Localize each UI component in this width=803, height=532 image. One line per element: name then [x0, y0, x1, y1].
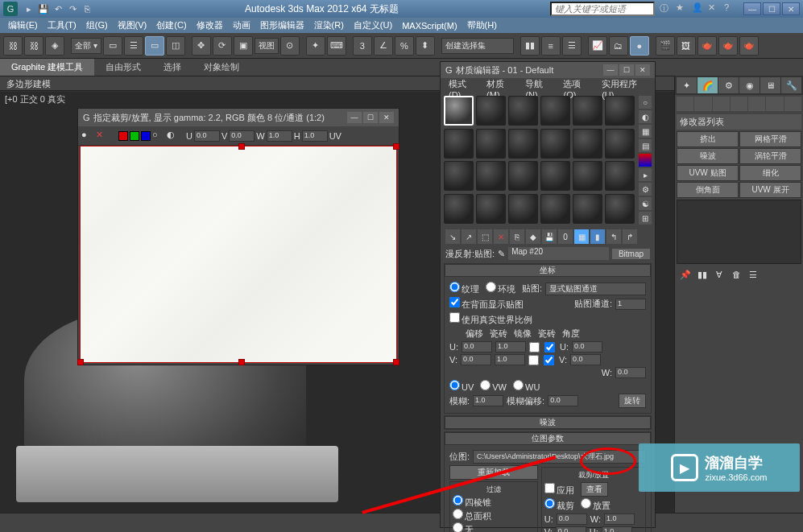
sample-slot[interactable]: [476, 194, 506, 224]
sample-slot[interactable]: [444, 194, 474, 224]
mirror-icon[interactable]: ▮▮: [520, 36, 540, 56]
sample-slot[interactable]: [476, 129, 506, 159]
subtab-6[interactable]: [766, 97, 783, 111]
named-selset-combo[interactable]: 创建选择集: [441, 38, 514, 54]
tab-selection[interactable]: 选择: [152, 59, 192, 76]
menu-grapheditors[interactable]: 图形编辑器: [255, 19, 309, 31]
subtab-2[interactable]: [694, 97, 711, 111]
subtab-3[interactable]: [713, 97, 730, 111]
sample-slot[interactable]: [605, 161, 635, 191]
u-tile-check[interactable]: [544, 342, 555, 353]
crop-titlebar[interactable]: G 指定裁剪/放置, 显示 gamma: 2.2, RGB 颜色 8 位/通道 …: [78, 109, 399, 126]
mapping-combo[interactable]: 显式贴图通道: [545, 282, 646, 295]
subtab-5[interactable]: [748, 97, 765, 111]
sample-uv-icon[interactable]: ▤: [639, 139, 652, 152]
render-icon[interactable]: 🫖: [697, 36, 717, 56]
make-preview-icon[interactable]: ▸: [639, 168, 652, 181]
mod-tessellate[interactable]: 细化: [739, 165, 801, 181]
sample-slot[interactable]: [508, 194, 538, 224]
mod-uvwmap[interactable]: UVW 贴图: [677, 165, 739, 181]
crop-image-area[interactable]: [80, 146, 397, 363]
tab-freeform[interactable]: 自由形式: [94, 59, 152, 76]
v-tile-spin[interactable]: 1.0: [495, 354, 525, 365]
modifier-stack[interactable]: [677, 200, 801, 264]
crop-h-spin[interactable]: 1.0: [302, 130, 328, 142]
noise-header[interactable]: 噪波: [445, 416, 651, 429]
snap-toggle-icon[interactable]: 3: [353, 36, 372, 56]
exchange-icon[interactable]: ✕: [708, 2, 721, 15]
crop-close-button[interactable]: ✕: [379, 112, 394, 123]
tab-paint[interactable]: 对象绘制: [192, 59, 250, 76]
scale-icon[interactable]: ▣: [234, 36, 253, 56]
crop-h-spin[interactable]: 1.0: [602, 526, 632, 532]
qat-open-icon[interactable]: ▸: [23, 2, 35, 15]
backlight-icon[interactable]: ◐: [639, 110, 652, 123]
sample-slot[interactable]: [508, 96, 538, 126]
environ-radio[interactable]: 环境: [486, 282, 515, 295]
percent-snap-icon[interactable]: %: [395, 36, 414, 56]
crop-uv-label[interactable]: UV: [329, 131, 341, 141]
window-crossing-icon[interactable]: ◫: [166, 36, 185, 56]
view-image-button[interactable]: 查看: [581, 482, 608, 497]
u-tile-spin[interactable]: 1.0: [495, 341, 526, 353]
close-button[interactable]: ✕: [782, 2, 800, 15]
sample-slot[interactable]: [476, 161, 506, 191]
sample-slot[interactable]: [508, 129, 538, 159]
menu-help[interactable]: 帮助(H): [462, 19, 502, 31]
crop-alpha-icon[interactable]: ○: [152, 130, 165, 142]
sample-slot[interactable]: [605, 96, 635, 126]
sample-slot[interactable]: [573, 161, 602, 191]
qat-link-icon[interactable]: ⎘: [81, 2, 93, 15]
mat-menu-utils[interactable]: 实用程序(U): [597, 78, 652, 93]
go-parent-icon[interactable]: ↰: [606, 229, 621, 244]
sample-slot[interactable]: [508, 161, 538, 191]
align-icon[interactable]: ≡: [541, 36, 561, 56]
angle-snap-icon[interactable]: ∠: [374, 36, 393, 56]
crop-radio[interactable]: 裁剪: [544, 498, 574, 512]
maximize-button[interactable]: ☐: [763, 2, 780, 15]
crop-w-spin[interactable]: 1.0: [267, 130, 292, 142]
matlib-icon[interactable]: ⊞: [639, 212, 652, 225]
pin-stack-icon[interactable]: 📌: [678, 267, 693, 282]
mapchannel-spin[interactable]: 1: [615, 299, 646, 310]
crop-w-spin[interactable]: 1.0: [604, 513, 635, 525]
mat-close-button[interactable]: ✕: [635, 64, 650, 76]
signin-icon[interactable]: 👤: [692, 2, 705, 15]
mod-turbosmooth[interactable]: 涡轮平滑: [739, 148, 801, 164]
crop-u-spin[interactable]: 0.0: [194, 130, 220, 142]
bluroffset-spin[interactable]: 0.0: [548, 395, 578, 406]
crop-u-spin[interactable]: 0.0: [557, 513, 587, 525]
manipulate-icon[interactable]: ✦: [306, 36, 325, 56]
move-icon[interactable]: ✥: [192, 36, 211, 56]
show-on-back-check[interactable]: 在背面显示贴图: [449, 297, 524, 311]
menu-customize[interactable]: 自定义(U): [349, 19, 397, 31]
blur-spin[interactable]: 1.0: [473, 395, 503, 406]
v-angle-spin[interactable]: 0.0: [570, 354, 601, 365]
sample-slot[interactable]: [540, 161, 570, 191]
tab-graphite[interactable]: Graphite 建模工具: [0, 59, 94, 76]
qat-save-icon[interactable]: 💾: [37, 2, 50, 15]
matid-icon[interactable]: 0: [558, 229, 573, 244]
make-unique-stack-icon[interactable]: ∀: [712, 267, 726, 282]
make-copy-icon[interactable]: ⎘: [510, 229, 524, 244]
sample-slot[interactable]: [540, 194, 570, 224]
unlink-icon[interactable]: ⛓: [24, 36, 43, 56]
link-icon[interactable]: ⛓: [3, 36, 23, 56]
wu-radio[interactable]: WU: [513, 380, 540, 392]
pyramid-radio[interactable]: 四棱锥: [453, 495, 491, 509]
sample-slot[interactable]: [540, 129, 570, 159]
mod-bevel[interactable]: 倒角面: [677, 182, 739, 198]
texture-radio[interactable]: 纹理: [449, 282, 479, 295]
show-end-icon[interactable]: ▮: [590, 229, 605, 244]
modifier-list-combo[interactable]: 修改器列表: [677, 114, 801, 130]
help-icon[interactable]: ?: [724, 2, 737, 15]
sample-slot[interactable]: [573, 129, 602, 159]
mod-extrude[interactable]: 挤出: [677, 131, 739, 147]
sample-slot[interactable]: [444, 96, 474, 126]
crop-x-icon[interactable]: ✕: [96, 130, 109, 142]
get-material-icon[interactable]: ↘: [445, 229, 460, 244]
menu-views[interactable]: 视图(V): [113, 19, 152, 31]
utilities-tab-icon[interactable]: 🔧: [781, 77, 801, 93]
mat-min-button[interactable]: —: [603, 64, 618, 76]
menu-tools[interactable]: 工具(T): [43, 19, 81, 31]
